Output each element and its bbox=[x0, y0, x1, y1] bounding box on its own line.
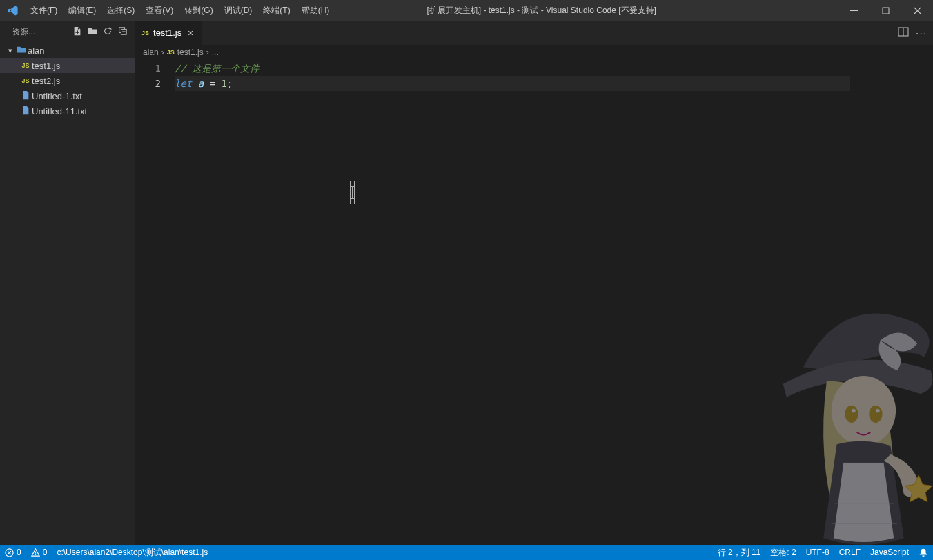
notifications-icon[interactable] bbox=[914, 548, 933, 557]
minimize-button[interactable] bbox=[838, 0, 870, 21]
js-icon: JS bbox=[141, 30, 149, 37]
js-icon: JS bbox=[19, 62, 32, 69]
tab-label: test1.js bbox=[153, 28, 181, 38]
menu-view[interactable]: 查看(V) bbox=[140, 2, 179, 19]
js-icon: JS bbox=[167, 49, 175, 56]
code-keyword: let bbox=[175, 78, 192, 89]
code-operator: = bbox=[210, 78, 215, 89]
close-button[interactable] bbox=[901, 0, 933, 21]
status-errors[interactable]: 0 bbox=[0, 548, 26, 557]
file-name: Untitled-11.txt bbox=[32, 106, 135, 117]
status-eol[interactable]: CRLF bbox=[834, 548, 865, 557]
close-icon[interactable]: × bbox=[186, 28, 195, 39]
minimap[interactable]: ▬▬▬▬▬▬ ▬▬▬▬▬ bbox=[857, 60, 933, 545]
file-icon bbox=[19, 106, 32, 117]
folder-icon bbox=[15, 45, 28, 57]
breadcrumb-more[interactable]: ... bbox=[212, 48, 219, 57]
tree-file[interactable]: JS test2.js bbox=[0, 73, 135, 88]
tree-file[interactable]: Untitled-1.txt bbox=[0, 88, 135, 103]
status-path[interactable]: c:\Users\alan2\Desktop\测试\alan\test1.js bbox=[52, 547, 213, 559]
file-name: Untitled-1.txt bbox=[32, 91, 135, 101]
vscode-logo-icon bbox=[6, 3, 19, 17]
svg-rect-0 bbox=[850, 10, 858, 11]
split-editor-icon[interactable] bbox=[898, 26, 909, 39]
explorer-header: 资源... bbox=[12, 27, 70, 37]
tab-active[interactable]: JS test1.js × bbox=[135, 21, 203, 45]
tree-folder-root[interactable]: ▾ alan bbox=[0, 43, 135, 58]
chevron-down-icon: ▾ bbox=[6, 46, 15, 55]
code-comment: // 这是第一个文件 bbox=[175, 63, 259, 74]
file-name: test2.js bbox=[32, 76, 135, 86]
menu-term[interactable]: 终端(T) bbox=[257, 2, 295, 19]
status-encoding[interactable]: UTF-8 bbox=[801, 548, 834, 557]
refresh-icon[interactable] bbox=[100, 26, 115, 38]
folder-name: alan bbox=[28, 46, 135, 56]
file-name: test1.js bbox=[32, 61, 135, 71]
breadcrumb-item[interactable]: test1.js bbox=[177, 48, 204, 57]
status-lang[interactable]: JavaScript bbox=[865, 548, 914, 557]
line-number: 2 bbox=[135, 76, 161, 91]
menu-edit[interactable]: 编辑(E) bbox=[63, 2, 101, 19]
breadcrumb-item[interactable]: alan bbox=[143, 48, 159, 57]
window-title: [扩展开发主机] - test1.js - 测试 - Visual Studio… bbox=[335, 5, 838, 17]
tree-file[interactable]: Untitled-11.txt bbox=[0, 103, 135, 119]
new-file-icon[interactable] bbox=[70, 26, 85, 38]
menu-help[interactable]: 帮助(H) bbox=[296, 2, 335, 19]
code-ident: a bbox=[198, 78, 204, 89]
code-punct: ; bbox=[227, 78, 233, 89]
svg-rect-1 bbox=[883, 8, 889, 14]
js-icon: JS bbox=[19, 77, 32, 84]
menu-file[interactable]: 文件(F) bbox=[25, 2, 63, 19]
code-editor[interactable]: 1 2 // 这是第一个文件 let a = 1; ▬▬▬▬▬▬ ▬▬▬▬▬ bbox=[135, 60, 933, 545]
status-warnings[interactable]: 0 bbox=[26, 548, 52, 557]
maximize-button[interactable] bbox=[870, 0, 901, 21]
more-actions-icon[interactable]: ··· bbox=[916, 28, 927, 38]
file-icon bbox=[19, 90, 32, 102]
svg-point-8 bbox=[35, 554, 35, 554]
chevron-right-icon: › bbox=[206, 48, 209, 57]
menu-go[interactable]: 转到(G) bbox=[179, 2, 218, 19]
new-folder-icon[interactable] bbox=[85, 26, 100, 38]
menu-debug[interactable]: 调试(D) bbox=[219, 2, 258, 19]
status-cursor[interactable]: 行 2，列 11 bbox=[713, 547, 766, 559]
collapse-all-icon[interactable] bbox=[115, 26, 130, 38]
chevron-right-icon: › bbox=[161, 48, 164, 57]
line-number: 1 bbox=[135, 61, 161, 76]
status-spaces[interactable]: 空格: 2 bbox=[765, 547, 801, 559]
code-number: 1 bbox=[221, 78, 226, 89]
menu-select[interactable]: 选择(S) bbox=[101, 2, 140, 19]
tree-file[interactable]: JS test1.js bbox=[0, 58, 135, 73]
